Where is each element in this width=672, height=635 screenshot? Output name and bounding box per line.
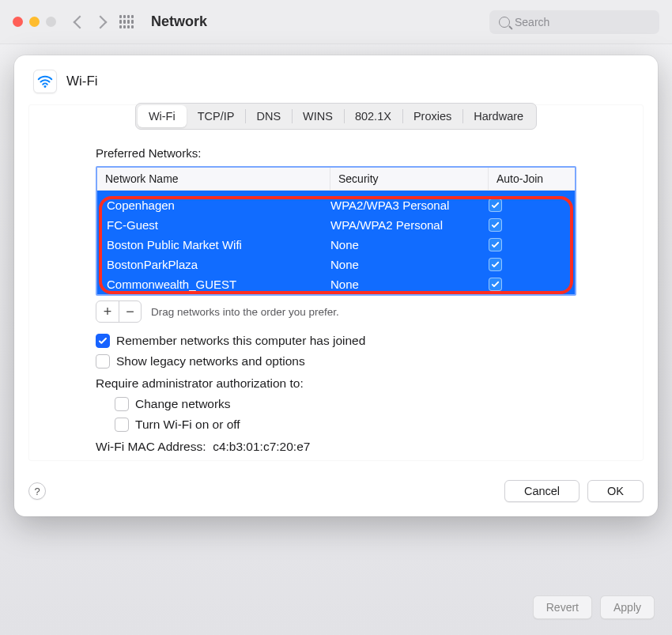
network-name: BostonParkPlaza xyxy=(97,255,330,274)
col-security[interactable]: Security xyxy=(330,168,489,190)
content-panel: Wi-Fi TCP/IP DNS WINS 802.1X Proxies Har… xyxy=(28,104,644,461)
mac-value: c4:b3:01:c7:20:e7 xyxy=(213,440,310,453)
apply-button[interactable]: Apply xyxy=(600,595,655,619)
wifi-advanced-sheet: Wi-Fi Wi-Fi TCP/IP DNS WINS 802.1X Proxi… xyxy=(14,55,658,516)
autojoin-checkbox[interactable] xyxy=(489,238,502,251)
col-network-name[interactable]: Network Name xyxy=(97,168,330,190)
auth-change-label: Change networks xyxy=(135,397,231,411)
auth-wifi-checkbox[interactable] xyxy=(115,418,129,432)
tab-content: Preferred Networks: Network Name Securit… xyxy=(29,132,643,460)
list-body: Copenhagen WPA2/WPA3 Personal FC-Guest W… xyxy=(97,191,575,294)
autojoin-checkbox[interactable] xyxy=(489,258,502,271)
add-network-button[interactable]: + xyxy=(96,301,119,322)
preferred-networks-label: Preferred Networks: xyxy=(96,146,576,160)
search-icon xyxy=(499,17,510,28)
remember-checkbox[interactable] xyxy=(96,334,110,348)
system-preferences-window: Network Search Revert Apply Wi-Fi Wi-Fi … xyxy=(0,0,672,635)
network-row[interactable]: BostonParkPlaza None xyxy=(97,255,575,274)
tab-wins[interactable]: WINS xyxy=(292,105,344,127)
back-button[interactable] xyxy=(74,15,87,28)
tab-tcpip[interactable]: TCP/IP xyxy=(187,105,246,127)
network-row[interactable]: Copenhagen WPA2/WPA3 Personal xyxy=(97,195,575,215)
revert-button[interactable]: Revert xyxy=(533,595,592,619)
tab-hardware[interactable]: Hardware xyxy=(462,105,534,127)
autojoin-checkbox[interactable] xyxy=(489,198,502,212)
wifi-icon xyxy=(33,70,57,93)
legacy-label: Show legacy networks and options xyxy=(116,354,305,369)
preferred-networks-list[interactable]: Network Name Security Auto-Join Copenhag… xyxy=(96,166,576,296)
legacy-checkbox[interactable] xyxy=(96,354,110,369)
ok-button[interactable]: OK xyxy=(587,480,644,502)
network-security: WPA2/WPA3 Personal xyxy=(330,195,489,215)
window-title: Network xyxy=(151,13,489,30)
remember-row[interactable]: Remember networks this computer has join… xyxy=(96,334,576,348)
auth-label: Require administrator authorization to: xyxy=(96,376,576,391)
add-remove-row: + − Drag networks into the order you pre… xyxy=(96,300,576,323)
svg-point-0 xyxy=(44,85,47,88)
cancel-button[interactable]: Cancel xyxy=(504,480,580,502)
network-row[interactable]: Boston Public Market Wifi None xyxy=(97,235,575,255)
auth-change-checkbox[interactable] xyxy=(115,397,129,411)
window-controls xyxy=(13,17,56,27)
remove-network-button[interactable]: − xyxy=(119,301,141,322)
zoom-window-button[interactable] xyxy=(46,17,56,27)
network-name: Commonwealth_GUEST xyxy=(97,274,330,294)
background-footer: Revert Apply xyxy=(533,595,655,619)
network-row[interactable]: Commonwealth_GUEST None xyxy=(97,274,575,294)
forward-button[interactable] xyxy=(94,15,108,28)
nav-arrows xyxy=(75,17,105,27)
network-name: Boston Public Market Wifi xyxy=(97,235,330,255)
network-security: WPA/WPA2 Personal xyxy=(330,215,489,235)
remember-label: Remember networks this computer has join… xyxy=(116,334,365,348)
mac-address-row: Wi-Fi MAC Address: c4:b3:01:c7:20:e7 xyxy=(96,440,576,454)
tab-8021x[interactable]: 802.1X xyxy=(344,105,402,127)
network-security: None xyxy=(330,274,489,294)
close-window-button[interactable] xyxy=(13,17,23,27)
auth-wifi-label: Turn Wi-Fi on or off xyxy=(135,418,240,432)
search-field[interactable]: Search xyxy=(489,10,659,34)
list-header: Network Name Security Auto-Join xyxy=(97,168,575,191)
tab-dns[interactable]: DNS xyxy=(245,105,292,127)
auth-change-row[interactable]: Change networks xyxy=(115,397,576,411)
legacy-row[interactable]: Show legacy networks and options xyxy=(96,354,576,369)
network-row[interactable]: FC-Guest WPA/WPA2 Personal xyxy=(97,215,575,235)
network-security: None xyxy=(330,255,489,274)
show-all-button[interactable] xyxy=(119,15,134,29)
sheet-title: Wi-Fi xyxy=(66,74,98,89)
tab-bar: Wi-Fi TCP/IP DNS WINS 802.1X Proxies Har… xyxy=(29,103,643,130)
sheet-footer: ? Cancel OK xyxy=(28,480,644,502)
search-placeholder: Search xyxy=(515,16,549,28)
add-remove-group: + − xyxy=(96,300,142,323)
titlebar: Network Search xyxy=(0,0,672,44)
col-autojoin[interactable]: Auto-Join xyxy=(489,168,575,190)
auth-wifi-row[interactable]: Turn Wi-Fi on or off xyxy=(115,418,576,432)
autojoin-checkbox[interactable] xyxy=(489,218,502,232)
network-name: FC-Guest xyxy=(97,215,330,235)
minimize-window-button[interactable] xyxy=(29,17,40,27)
network-security: None xyxy=(330,235,489,255)
sheet-header: Wi-Fi xyxy=(28,70,644,93)
tab-wifi[interactable]: Wi-Fi xyxy=(138,105,187,127)
mac-label: Wi-Fi MAC Address: xyxy=(96,440,206,453)
autojoin-checkbox[interactable] xyxy=(489,278,502,291)
drag-hint: Drag networks into the order you prefer. xyxy=(151,306,339,318)
tab-proxies[interactable]: Proxies xyxy=(402,105,462,127)
network-name: Copenhagen xyxy=(97,195,330,215)
help-button[interactable]: ? xyxy=(28,482,46,500)
